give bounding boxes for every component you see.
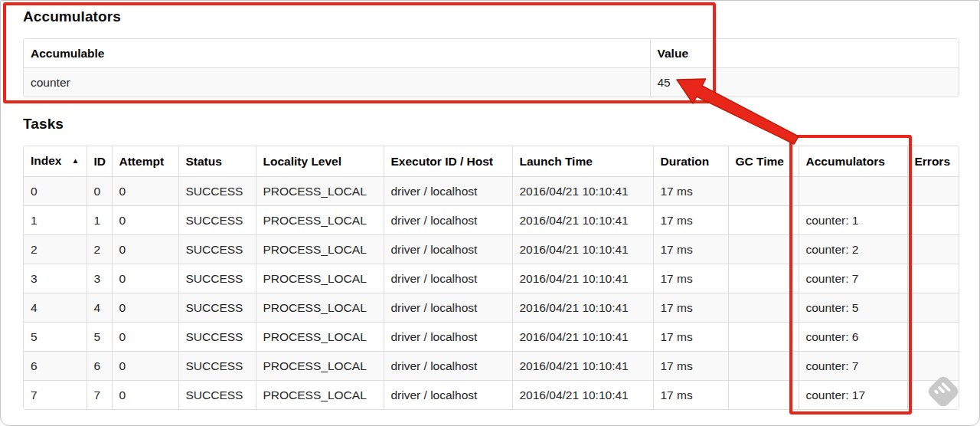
task-cell-status: SUCCESS — [178, 293, 256, 323]
task-cell-accumulators: counter: 2 — [799, 235, 907, 264]
task-col-header-executor-id-host[interactable]: Executor ID / Host — [384, 146, 512, 177]
task-cell-gc-time — [728, 235, 799, 264]
task-cell-index: 5 — [24, 323, 87, 352]
task-cell-duration: 17 ms — [653, 323, 728, 352]
task-cell-index: 7 — [24, 381, 87, 410]
task-cell-locality-level: PROCESS_LOCAL — [256, 206, 384, 235]
task-cell-errors — [907, 323, 959, 352]
task-cell-attempt: 0 — [112, 323, 178, 352]
task-cell-launch-time: 2016/04/21 10:10:41 — [512, 323, 653, 352]
task-cell-attempt: 0 — [112, 206, 178, 235]
task-cell-gc-time — [728, 177, 799, 206]
task-row-7: 770SUCCESSPROCESS_LOCALdriver / localhos… — [24, 381, 959, 410]
task-cell-duration: 17 ms — [653, 293, 728, 323]
task-cell-locality-level: PROCESS_LOCAL — [256, 235, 384, 264]
task-cell-id: 2 — [87, 235, 112, 264]
task-cell-executor-id-host: driver / localhost — [384, 264, 512, 293]
task-cell-status: SUCCESS — [178, 177, 256, 206]
task-cell-id: 0 — [87, 177, 112, 206]
task-row-3: 330SUCCESSPROCESS_LOCALdriver / localhos… — [24, 264, 959, 293]
task-col-header-id[interactable]: ID — [87, 146, 112, 177]
task-cell-index: 6 — [24, 352, 87, 381]
task-col-header-errors[interactable]: Errors — [907, 146, 959, 177]
tasks-table: Index▲IDAttemptStatusLocality LevelExecu… — [23, 146, 959, 410]
task-cell-locality-level: PROCESS_LOCAL — [256, 352, 384, 381]
accumulable-cell-accumulable: counter — [24, 68, 650, 97]
task-col-header-accumulators[interactable]: Accumulators — [799, 146, 907, 177]
task-row-2: 220SUCCESSPROCESS_LOCALdriver / localhos… — [24, 235, 959, 264]
task-cell-launch-time: 2016/04/21 10:10:41 — [512, 206, 653, 235]
task-cell-locality-level: PROCESS_LOCAL — [256, 264, 384, 293]
accumulable-col-header-accumulable[interactable]: Accumulable — [24, 39, 650, 68]
task-row-0: 000SUCCESSPROCESS_LOCALdriver / localhos… — [24, 177, 959, 206]
task-cell-gc-time — [728, 293, 799, 323]
task-cell-index: 3 — [24, 264, 87, 293]
accumulable-col-header-value[interactable]: Value — [650, 39, 959, 68]
task-cell-locality-level: PROCESS_LOCAL — [256, 323, 384, 352]
tasks-header-row: Index▲IDAttemptStatusLocality LevelExecu… — [24, 146, 959, 177]
task-cell-duration: 17 ms — [653, 264, 728, 293]
task-cell-index: 2 — [24, 235, 87, 264]
task-cell-attempt: 0 — [112, 177, 178, 206]
task-col-header-index[interactable]: Index▲ — [24, 146, 87, 177]
task-cell-duration: 17 ms — [653, 381, 728, 410]
task-cell-attempt: 0 — [112, 381, 178, 410]
task-cell-accumulators: counter: 1 — [799, 206, 907, 235]
task-col-header-duration[interactable]: Duration — [653, 146, 728, 177]
accumulators-heading: Accumulators — [23, 8, 121, 25]
accumulators-table: AccumulableValue counter45 — [23, 38, 959, 97]
task-col-header-launch-time[interactable]: Launch Time — [512, 146, 653, 177]
task-cell-id: 7 — [87, 381, 112, 410]
task-cell-executor-id-host: driver / localhost — [384, 235, 512, 264]
task-cell-executor-id-host: driver / localhost — [384, 352, 512, 381]
task-col-header-gc-time[interactable]: GC Time — [728, 146, 799, 177]
task-cell-launch-time: 2016/04/21 10:10:41 — [512, 293, 653, 323]
accumulable-row-0: counter45 — [24, 68, 959, 97]
task-cell-attempt: 0 — [112, 264, 178, 293]
task-cell-locality-level: PROCESS_LOCAL — [256, 177, 384, 206]
task-row-1: 110SUCCESSPROCESS_LOCALdriver / localhos… — [24, 206, 959, 235]
task-col-header-status[interactable]: Status — [178, 146, 256, 177]
task-cell-index: 4 — [24, 293, 87, 323]
task-cell-executor-id-host: driver / localhost — [384, 206, 512, 235]
task-cell-gc-time — [728, 381, 799, 410]
task-cell-errors — [907, 235, 959, 264]
accumulable-cell-value: 45 — [650, 68, 959, 97]
task-cell-accumulators: counter: 5 — [799, 293, 907, 323]
task-cell-launch-time: 2016/04/21 10:10:41 — [512, 177, 653, 206]
task-cell-status: SUCCESS — [178, 206, 256, 235]
task-col-header-locality-level[interactable]: Locality Level — [256, 146, 384, 177]
task-cell-executor-id-host: driver / localhost — [384, 323, 512, 352]
task-cell-status: SUCCESS — [178, 235, 256, 264]
task-cell-errors — [907, 264, 959, 293]
task-cell-status: SUCCESS — [178, 264, 256, 293]
task-cell-errors — [907, 206, 959, 235]
task-cell-errors — [907, 293, 959, 323]
task-cell-accumulators: counter: 7 — [799, 352, 907, 381]
task-row-6: 660SUCCESSPROCESS_LOCALdriver / localhos… — [24, 352, 959, 381]
task-cell-accumulators: counter: 6 — [799, 323, 907, 352]
task-cell-locality-level: PROCESS_LOCAL — [256, 381, 384, 410]
task-cell-launch-time: 2016/04/21 10:10:41 — [512, 235, 653, 264]
task-row-5: 550SUCCESSPROCESS_LOCALdriver / localhos… — [24, 323, 959, 352]
task-cell-gc-time — [728, 206, 799, 235]
task-cell-attempt: 0 — [112, 352, 178, 381]
task-cell-id: 1 — [87, 206, 112, 235]
task-cell-duration: 17 ms — [653, 177, 728, 206]
task-row-4: 440SUCCESSPROCESS_LOCALdriver / localhos… — [24, 293, 959, 323]
sort-ascending-icon: ▲ — [71, 156, 79, 165]
task-cell-duration: 17 ms — [653, 206, 728, 235]
task-cell-duration: 17 ms — [653, 235, 728, 264]
tasks-heading: Tasks — [23, 116, 64, 133]
task-cell-accumulators — [799, 177, 907, 206]
task-cell-id: 3 — [87, 264, 112, 293]
task-cell-locality-level: PROCESS_LOCAL — [256, 293, 384, 323]
task-col-header-attempt[interactable]: Attempt — [112, 146, 178, 177]
task-cell-attempt: 0 — [112, 235, 178, 264]
task-cell-launch-time: 2016/04/21 10:10:41 — [512, 264, 653, 293]
task-cell-index: 1 — [24, 206, 87, 235]
task-cell-duration: 17 ms — [653, 352, 728, 381]
task-cell-executor-id-host: driver / localhost — [384, 293, 512, 323]
task-cell-accumulators: counter: 17 — [799, 381, 907, 410]
task-cell-gc-time — [728, 352, 799, 381]
